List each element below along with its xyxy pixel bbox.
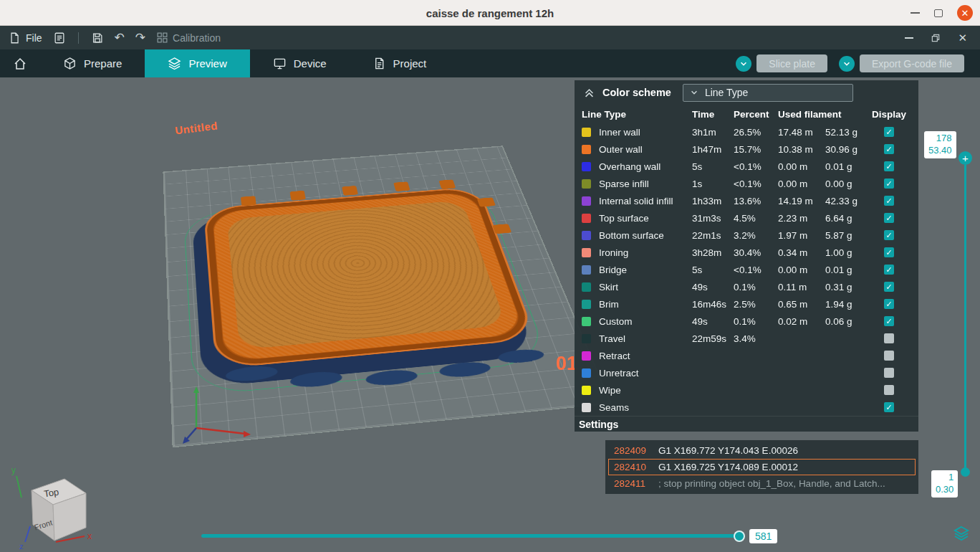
gcode-line-text: G1 X169.772 Y174.043 E.00026 xyxy=(658,445,798,456)
gcode-line-text: ; stop printing object obj_1_Box, Handle… xyxy=(658,478,885,489)
display-checkbox-cell: ✓ xyxy=(867,402,911,412)
display-checkbox[interactable]: ✓ xyxy=(884,402,894,412)
line-type-time: 3h1m xyxy=(692,127,734,138)
line-type-name: Brim xyxy=(599,299,692,310)
slice-options-dropdown[interactable] xyxy=(736,56,751,72)
color-scheme-select[interactable]: Line Type xyxy=(683,84,853,102)
display-checkbox-cell xyxy=(867,368,911,378)
app-restore-button[interactable] xyxy=(931,33,941,43)
line-type-grams: 0.06 g xyxy=(825,316,867,327)
color-scheme-label: Color scheme xyxy=(602,87,671,98)
plus-icon: + xyxy=(962,153,969,163)
display-checkbox[interactable]: ✓ xyxy=(884,299,894,309)
window-close-button[interactable]: ✕ xyxy=(957,5,973,21)
layers-view-button[interactable] xyxy=(953,525,970,542)
redo-button[interactable]: ↷ xyxy=(135,32,145,44)
move-slider-track[interactable] xyxy=(201,534,739,538)
app-close-button[interactable]: ✕ xyxy=(958,32,967,43)
line-type-time: 31m3s xyxy=(692,213,734,224)
line-type-swatch-cell xyxy=(582,179,599,189)
export-gcode-button[interactable]: Export G-code file xyxy=(860,54,964,72)
line-type-swatch-cell xyxy=(582,300,599,309)
legend-row: Unretract xyxy=(575,364,918,381)
line-type-grams: 0.01 g xyxy=(825,161,867,172)
display-checkbox[interactable]: ✓ xyxy=(884,161,894,171)
layer-slider-bottom-value: 1 0.30 xyxy=(931,470,958,498)
legend-row: Inner wall3h1m26.5%17.48 m52.13 g✓ xyxy=(575,123,918,141)
preview-layers-icon xyxy=(168,57,181,70)
line-type-name: Wipe xyxy=(599,385,692,396)
line-type-name: Seams xyxy=(599,402,692,413)
display-checkbox[interactable]: ✓ xyxy=(884,282,894,292)
line-type-grams: 42.33 g xyxy=(825,196,867,206)
display-checkbox[interactable]: ✓ xyxy=(884,265,894,275)
display-checkbox[interactable] xyxy=(884,368,894,378)
window-minimize-button[interactable] xyxy=(911,12,920,14)
tab-prepare[interactable]: Prepare xyxy=(40,49,145,77)
home-icon xyxy=(13,57,27,71)
collapse-panel-icon[interactable] xyxy=(583,87,595,99)
app-minimize-button[interactable] xyxy=(905,37,913,39)
navigation-cube[interactable]: Top Front y x z xyxy=(9,460,102,552)
maximize-icon xyxy=(934,9,943,17)
display-checkbox-cell xyxy=(867,333,911,343)
display-checkbox[interactable]: ✓ xyxy=(884,230,894,240)
gcode-line[interactable]: 282409G1 X169.772 Y174.043 E.00026 xyxy=(608,442,916,459)
display-checkbox[interactable]: ✓ xyxy=(884,213,894,223)
nav-cube-z-label: z xyxy=(19,542,24,551)
display-checkbox-cell: ✓ xyxy=(867,247,911,257)
gcode-line-number: 282411 xyxy=(614,478,651,489)
menubar-separator xyxy=(78,32,79,44)
export-options-dropdown[interactable] xyxy=(839,56,855,72)
legend-row: Travel22m59s3.4% xyxy=(575,330,918,347)
undo-button[interactable]: ↶ xyxy=(115,32,125,44)
slice-plate-button[interactable]: Slice plate xyxy=(756,54,827,72)
move-slider-handle[interactable] xyxy=(734,530,745,542)
tab-device[interactable]: Device xyxy=(250,49,350,77)
legend-row: Internal solid infill1h33m13.6%14.19 m42… xyxy=(575,192,918,209)
display-checkbox[interactable] xyxy=(884,351,894,361)
line-type-time: 5s xyxy=(692,265,734,275)
display-checkbox[interactable] xyxy=(884,385,894,395)
file-menu[interactable]: File xyxy=(9,32,42,44)
minimize-icon xyxy=(905,37,913,39)
line-type-name: Inner wall xyxy=(599,127,692,138)
window-maximize-button[interactable] xyxy=(934,9,943,17)
legend-row: Ironing3h28m30.4%0.34 m1.00 g✓ xyxy=(575,244,918,261)
line-type-meters: 0.00 m xyxy=(778,265,825,275)
layer-slider-track[interactable] xyxy=(964,165,966,472)
display-checkbox[interactable]: ✓ xyxy=(884,316,894,326)
line-type-percent: <0.1% xyxy=(734,265,778,275)
display-checkbox[interactable]: ✓ xyxy=(884,127,894,137)
layer-slider-lower-handle[interactable] xyxy=(961,467,970,477)
line-type-color-swatch xyxy=(582,162,591,171)
tab-device-label: Device xyxy=(294,57,327,70)
gcode-line[interactable]: 282411; stop printing object obj_1_Box, … xyxy=(608,475,916,492)
tab-preview[interactable]: Preview xyxy=(145,49,249,77)
minimize-icon xyxy=(911,12,920,14)
calibration-menu[interactable]: Calibration xyxy=(156,32,221,44)
gcode-line[interactable]: 282410G1 X169.725 Y174.089 E.00012 xyxy=(608,459,916,475)
display-checkbox-cell: ✓ xyxy=(867,213,911,223)
tab-project[interactable]: Project xyxy=(350,49,450,77)
layer-slider-upper-handle[interactable]: + xyxy=(959,151,972,165)
printed-box-model xyxy=(203,186,537,369)
legend-row: Wipe xyxy=(575,381,918,399)
display-checkbox[interactable]: ✓ xyxy=(884,179,894,189)
hinge-tab xyxy=(477,197,496,206)
legend-row: Outer wall1h47m15.7%10.38 m30.96 g✓ xyxy=(575,141,918,158)
legend-row: Top surface31m3s4.5%2.23 m6.64 g✓ xyxy=(575,209,918,227)
display-checkbox[interactable] xyxy=(884,333,894,343)
tab-home[interactable] xyxy=(0,49,40,77)
notes-button[interactable] xyxy=(53,32,66,44)
line-type-swatch-cell xyxy=(582,128,599,137)
line-type-swatch-cell xyxy=(582,231,599,240)
display-checkbox[interactable]: ✓ xyxy=(884,144,894,154)
display-checkbox[interactable]: ✓ xyxy=(884,247,894,257)
save-icon xyxy=(91,32,104,44)
line-type-name: Bridge xyxy=(599,265,692,275)
line-type-percent: <0.1% xyxy=(734,161,778,172)
save-button[interactable] xyxy=(91,32,104,44)
display-checkbox[interactable]: ✓ xyxy=(884,196,894,206)
line-type-time: 1h33m xyxy=(692,196,734,206)
